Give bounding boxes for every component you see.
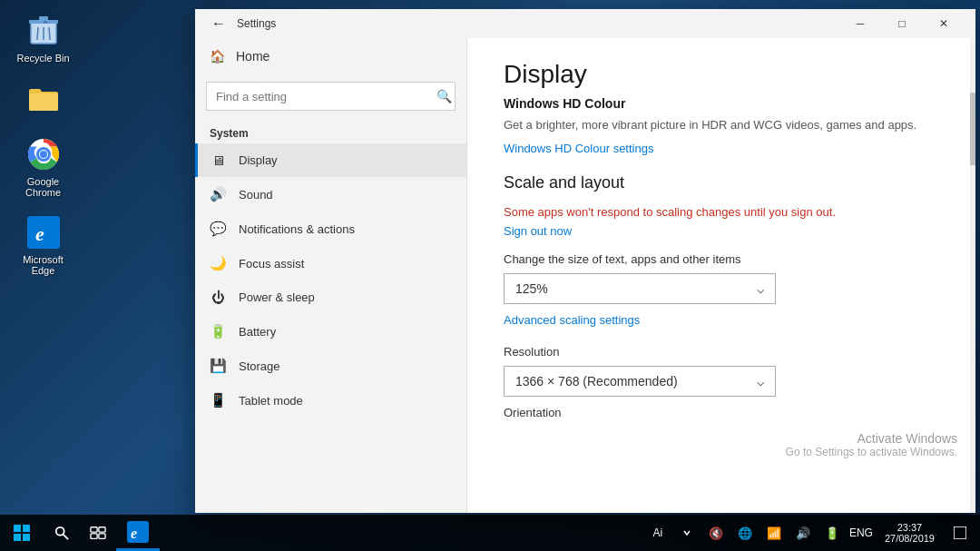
- activate-title: Activate Windows: [786, 431, 957, 446]
- sound-nav-label: Sound: [239, 188, 273, 202]
- start-button[interactable]: [0, 515, 44, 551]
- edge-label: Microsoft Edge: [13, 254, 74, 276]
- svg-rect-20: [91, 534, 97, 538]
- clock-date: 27/08/2019: [885, 533, 935, 544]
- sidebar-home[interactable]: 🏠 Home: [195, 38, 466, 74]
- display-nav-icon: 🖥: [210, 153, 226, 168]
- language-icon[interactable]: ENG: [848, 515, 874, 551]
- notifications-nav-icon: 💬: [210, 221, 226, 237]
- chrome-icon: [25, 136, 62, 172]
- settings-sidebar: 🏠 Home 🔍 System 🖥 Display 🔊 Sound: [195, 38, 467, 513]
- home-icon: 🏠: [210, 49, 225, 64]
- sidebar-item-battery[interactable]: 🔋 Battery: [195, 314, 466, 349]
- svg-rect-13: [23, 525, 30, 532]
- storage-nav-icon: 💾: [210, 358, 226, 374]
- battery-nav-icon: 🔋: [210, 323, 226, 339]
- ai-tray-button[interactable]: Ai: [645, 515, 671, 551]
- notifications-nav-label: Notifications & actions: [239, 222, 355, 236]
- ai-label: Ai: [653, 526, 663, 539]
- svg-rect-19: [99, 527, 105, 532]
- taskbar: e Ai 🔇 🌐 📶 🔊 🔋 ENG 23:37 27/: [0, 515, 980, 551]
- focus-assist-nav-icon: 🌙: [210, 255, 226, 271]
- warning-text: Some apps won't respond to scaling chang…: [504, 203, 939, 221]
- resolution-dropdown-arrow: ⌵: [757, 374, 764, 389]
- clock-time: 23:37: [897, 522, 923, 533]
- recycle-bin-label: Recycle Bin: [16, 53, 69, 64]
- home-label: Home: [236, 49, 270, 64]
- power-sleep-nav-label: Power & sleep: [239, 290, 315, 304]
- desktop-icon-recycle-bin[interactable]: Recycle Bin: [9, 9, 77, 67]
- resolution-label: Resolution: [504, 345, 939, 359]
- svg-rect-21: [99, 534, 105, 538]
- sound-nav-icon: 🔊: [210, 186, 226, 202]
- close-button[interactable]: ✕: [923, 9, 965, 38]
- taskbar-clock[interactable]: 23:37 27/08/2019: [877, 522, 942, 544]
- svg-text:e: e: [131, 526, 137, 541]
- page-title: Display: [504, 60, 939, 89]
- sidebar-search-container: 🔍: [206, 82, 456, 111]
- svg-rect-2: [39, 16, 48, 21]
- activate-watermark: Activate Windows Go to Settings to activ…: [786, 431, 957, 458]
- sidebar-item-storage[interactable]: 💾 Storage: [195, 349, 466, 383]
- window-title: Settings: [237, 17, 839, 30]
- scale-dropdown-arrow: ⌵: [757, 281, 764, 296]
- svg-rect-12: [14, 525, 21, 532]
- search-input[interactable]: [206, 82, 456, 111]
- focus-assist-nav-label: Focus assist: [239, 257, 304, 271]
- svg-rect-18: [91, 527, 97, 532]
- desktop-icon-chrome[interactable]: Google Chrome: [9, 133, 77, 202]
- hd-colour-link[interactable]: Windows HD Colour settings: [504, 142, 939, 155]
- svg-point-16: [56, 527, 64, 536]
- orientation-label: Orientation: [504, 406, 939, 419]
- sidebar-item-notifications[interactable]: 💬 Notifications & actions: [195, 212, 466, 246]
- battery-icon[interactable]: 🔋: [819, 515, 845, 551]
- scale-label: Change the size of text, apps and other …: [504, 252, 939, 266]
- sidebar-item-tablet-mode[interactable]: 📱 Tablet mode: [195, 383, 466, 418]
- advanced-scaling-link[interactable]: Advanced scaling settings: [504, 313, 939, 327]
- sign-out-link[interactable]: Sign out now: [504, 224, 939, 238]
- minimize-button[interactable]: ─: [839, 9, 881, 38]
- svg-point-9: [40, 151, 47, 158]
- search-button[interactable]: 🔍: [436, 89, 452, 103]
- activate-sub: Go to Settings to activate Windows.: [786, 446, 957, 458]
- svg-line-5: [49, 27, 50, 40]
- battery-nav-label: Battery: [239, 325, 276, 339]
- maximize-button[interactable]: □: [881, 9, 923, 38]
- storage-nav-label: Storage: [239, 359, 280, 373]
- wifi-icon[interactable]: 📶: [761, 515, 787, 551]
- desktop-icons: Recycle Bin: [0, 0, 86, 289]
- network-muted-icon[interactable]: 🔇: [703, 515, 729, 551]
- settings-content: Display Windows HD Colour Get a brighter…: [467, 38, 975, 513]
- taskbar-search-icon: [54, 526, 69, 540]
- system-label: System: [195, 118, 466, 143]
- scale-layout-heading: Scale and layout: [504, 173, 939, 192]
- scroll-thumb[interactable]: [970, 93, 975, 165]
- taskbar-search-button[interactable]: [44, 515, 80, 551]
- recycle-bin-icon: [25, 13, 62, 49]
- windows-icon: [14, 525, 30, 541]
- resolution-value: 1366 × 768 (Recommended): [515, 374, 678, 389]
- notification-center-button[interactable]: [946, 515, 975, 551]
- desktop-icon-folder[interactable]: [9, 76, 77, 123]
- sidebar-item-focus-assist[interactable]: 🌙 Focus assist: [195, 246, 466, 280]
- tray-overflow-button[interactable]: [674, 515, 700, 551]
- scale-value: 125%: [515, 281, 548, 296]
- back-button[interactable]: ←: [206, 11, 231, 36]
- desktop: Recycle Bin: [0, 0, 980, 551]
- network-icon[interactable]: 🌐: [732, 515, 758, 551]
- sidebar-item-display[interactable]: 🖥 Display: [195, 143, 466, 177]
- desktop-icon-edge[interactable]: e Microsoft Edge: [9, 211, 77, 280]
- sidebar-item-power-sleep[interactable]: ⏻ Power & sleep: [195, 280, 466, 314]
- tray-chevron-icon: [682, 528, 691, 537]
- task-view-button[interactable]: [80, 515, 116, 551]
- power-sleep-nav-icon: ⏻: [210, 290, 226, 305]
- sidebar-item-sound[interactable]: 🔊 Sound: [195, 177, 466, 212]
- hd-colour-desc: Get a brighter, more vibrant picture in …: [504, 116, 939, 134]
- resolution-dropdown[interactable]: 1366 × 768 (Recommended) ⌵: [504, 366, 776, 397]
- tablet-mode-nav-label: Tablet mode: [239, 394, 303, 408]
- taskbar-edge-app[interactable]: e: [116, 515, 160, 551]
- volume-icon[interactable]: 🔊: [790, 515, 816, 551]
- scale-dropdown[interactable]: 125% ⌵: [504, 273, 776, 304]
- scroll-indicator: [970, 38, 975, 513]
- svg-rect-14: [14, 534, 21, 541]
